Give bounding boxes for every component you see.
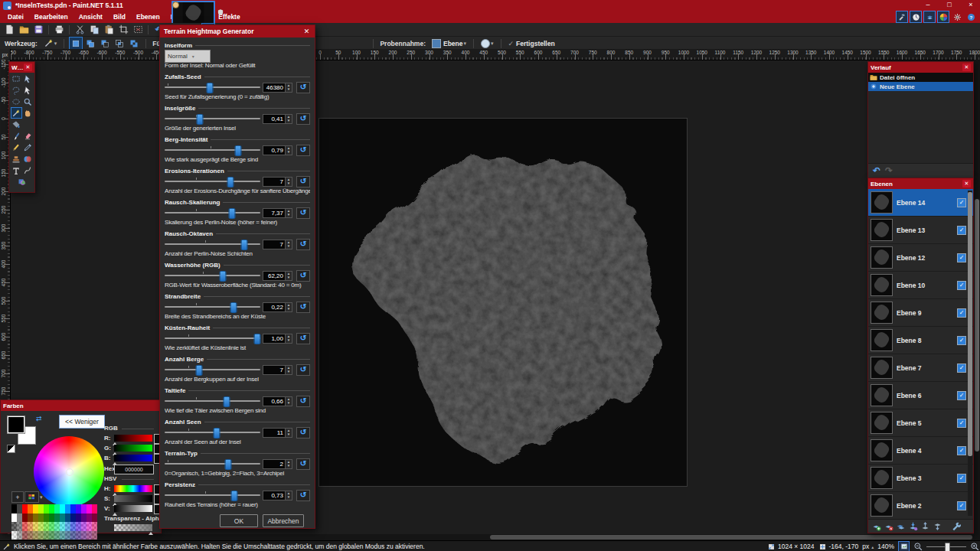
- zoom-slider[interactable]: [926, 543, 966, 550]
- sampling-source-dropdown[interactable]: Ebene ▾: [430, 37, 469, 50]
- layer-visibility-checkbox[interactable]: ✓: [957, 501, 966, 510]
- palette-swatch[interactable]: [33, 531, 38, 540]
- close-button[interactable]: ×: [966, 1, 975, 8]
- slider-thumb[interactable]: [224, 459, 231, 470]
- palette-swatch[interactable]: [33, 514, 38, 523]
- param-spinner[interactable]: ▲▼: [285, 302, 292, 312]
- close-icon[interactable]: ✕: [24, 64, 32, 71]
- layer-visibility-checkbox[interactable]: ✓: [957, 198, 966, 207]
- palette-swatch[interactable]: [81, 522, 87, 531]
- active-tool-dropdown[interactable]: ▾: [41, 37, 60, 50]
- palette-swatch[interactable]: [60, 514, 65, 523]
- tool-shapes[interactable]: [16, 176, 28, 187]
- blue-slider[interactable]: [114, 455, 152, 461]
- merge-layer-down-button[interactable]: [908, 521, 918, 531]
- palette-swatch[interactable]: [11, 522, 17, 531]
- tools-window-titlebar[interactable]: Werkzeuge ✕: [9, 62, 34, 73]
- palette-swatch[interactable]: [81, 514, 87, 523]
- layer-row[interactable]: Ebene 14 ✓: [868, 189, 973, 217]
- param-reset-button[interactable]: ↺: [296, 427, 310, 439]
- inselform-dropdown[interactable]: Normal ▾: [165, 50, 211, 63]
- less-button[interactable]: << Weniger: [59, 415, 105, 429]
- palette-swatch[interactable]: [76, 531, 81, 540]
- param-spinner[interactable]: ▲▼: [285, 396, 292, 406]
- param-value-input[interactable]: 0,73: [263, 491, 285, 500]
- red-slider[interactable]: [114, 435, 152, 442]
- param-value-input[interactable]: 7: [263, 240, 285, 249]
- param-spinner[interactable]: ▲▼: [285, 114, 292, 124]
- history-window-toggle[interactable]: [910, 11, 922, 23]
- zoom-level[interactable]: 140%: [877, 543, 894, 550]
- slider-thumb[interactable]: [228, 208, 235, 219]
- param-spinner[interactable]: ▲▼: [285, 240, 292, 249]
- palette-swatch[interactable]: [44, 522, 49, 531]
- tool-ellipse-select[interactable]: [11, 96, 22, 107]
- brush-swatch-dropdown[interactable]: ▾: [479, 37, 496, 50]
- palette-swatch[interactable]: [22, 522, 28, 531]
- param-slider[interactable]: [165, 333, 260, 344]
- settings[interactable]: [951, 11, 963, 23]
- palette-swatch[interactable]: [11, 531, 17, 540]
- add-palette-color-button[interactable]: +: [11, 491, 24, 503]
- palette-swatch[interactable]: [81, 504, 87, 514]
- palette-swatch[interactable]: [28, 514, 33, 523]
- palette-swatch[interactable]: [54, 531, 60, 540]
- param-value-input[interactable]: 7,37: [263, 208, 285, 218]
- paste-button[interactable]: [102, 23, 116, 36]
- palette-swatch[interactable]: [76, 514, 81, 523]
- palette-swatch[interactable]: [92, 514, 97, 523]
- palette-swatch[interactable]: [92, 522, 97, 531]
- param-spinner[interactable]: ▲▼: [285, 334, 292, 344]
- tool-clone-stamp[interactable]: [11, 153, 22, 165]
- delete-layer-button[interactable]: [884, 521, 893, 531]
- param-reset-button[interactable]: ↺: [296, 364, 310, 376]
- layer-row[interactable]: Ebene 5 ✓: [868, 409, 973, 437]
- swap-colors-icon[interactable]: ⇄: [36, 415, 42, 422]
- layer-visibility-checkbox[interactable]: ✓: [957, 253, 966, 262]
- param-reset-button[interactable]: ↺: [296, 145, 310, 156]
- history-window-titlebar[interactable]: Verlauf ✕: [868, 62, 973, 73]
- tool-rectangle-select[interactable]: [11, 73, 22, 84]
- param-spinner[interactable]: ▲▼: [285, 145, 292, 155]
- palette-swatch[interactable]: [54, 514, 60, 523]
- param-reset-button[interactable]: ↺: [296, 239, 310, 250]
- history-item-datei-öffnen[interactable]: Datei öffnen: [868, 73, 973, 82]
- ok-button[interactable]: OK: [220, 514, 258, 527]
- tools-window-toggle[interactable]: [896, 11, 908, 23]
- layer-visibility-checkbox[interactable]: ✓: [957, 364, 966, 373]
- menu-bild[interactable]: Bild: [109, 11, 130, 23]
- tool-move-selected-pixels[interactable]: [22, 73, 34, 84]
- palette-swatch[interactable]: [81, 531, 87, 540]
- palette-swatch[interactable]: [38, 522, 44, 531]
- palette-swatch[interactable]: [17, 514, 22, 523]
- slider-thumb[interactable]: [196, 365, 203, 376]
- crop-to-selection-button[interactable]: [116, 23, 130, 36]
- canvas-horizontal-scrollbar[interactable]: [10, 534, 974, 540]
- slider-thumb[interactable]: [197, 114, 204, 125]
- layer-visibility-checkbox[interactable]: ✓: [957, 474, 966, 483]
- open-file-button[interactable]: [17, 23, 31, 36]
- palette-swatch[interactable]: [65, 504, 70, 514]
- slider-thumb[interactable]: [220, 271, 227, 282]
- tool-pan[interactable]: [22, 107, 34, 119]
- tool-recolor[interactable]: [22, 153, 34, 165]
- palette-swatch[interactable]: [38, 504, 44, 514]
- param-reset-button[interactable]: ↺: [296, 333, 310, 344]
- palette-swatch[interactable]: [33, 522, 38, 531]
- param-spinner[interactable]: ▲▼: [285, 271, 292, 281]
- param-spinner[interactable]: ▲▼: [285, 459, 292, 469]
- layers-window-toggle[interactable]: [923, 11, 936, 23]
- param-slider[interactable]: [165, 82, 260, 93]
- palette-swatch[interactable]: [92, 504, 97, 514]
- palette-swatch[interactable]: [70, 514, 76, 523]
- layer-row[interactable]: Ebene 9 ✓: [868, 299, 973, 327]
- param-reset-button[interactable]: ↺: [296, 270, 310, 282]
- tool-text[interactable]: [11, 165, 22, 176]
- maximize-button[interactable]: □: [945, 1, 954, 8]
- palette-swatch[interactable]: [11, 504, 17, 514]
- layer-properties-button[interactable]: [951, 521, 961, 531]
- palette-swatch[interactable]: [60, 522, 65, 531]
- hex-input[interactable]: 000000: [114, 465, 154, 474]
- palette-menu-button[interactable]: [24, 491, 39, 503]
- zoom-fit-button[interactable]: [898, 541, 910, 551]
